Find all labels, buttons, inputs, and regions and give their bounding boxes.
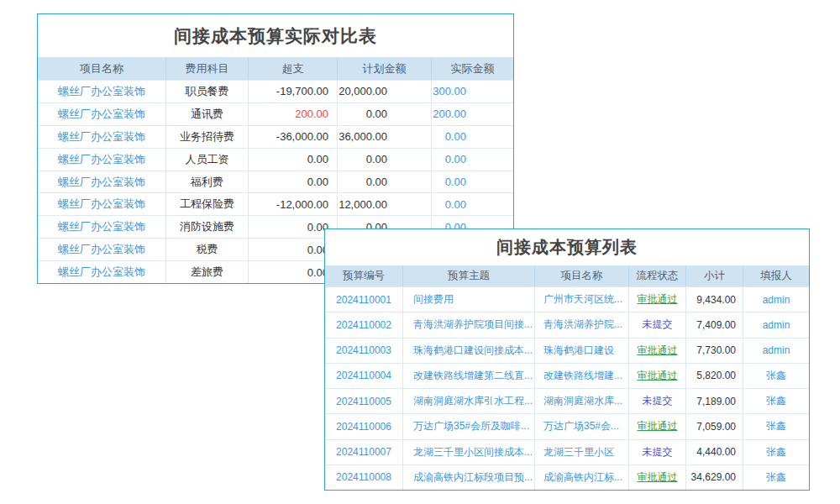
budget-list-body: 2024110001 间接费用 广州市天河区统... 审批通过 9,434.00… [325,286,809,490]
budget-list-title: 间接成本预算列表 [325,229,809,265]
budget-topic-link[interactable]: 龙湖三千里小区间接成本... [402,440,534,465]
flow-status-link[interactable]: 未提交 [628,389,685,413]
subtotal-cell: 7,189.00 [685,389,743,413]
project-name-link[interactable]: 螺丝厂办公室装饰 [38,193,165,215]
column-header-actual-amount: 实际金额 [431,57,513,80]
project-name-link[interactable]: 螺丝厂办公室装饰 [38,239,165,260]
project-name-link[interactable]: 珠海鹤港口建设 [534,339,628,363]
budget-topic-link[interactable]: 成渝高铁内江标段项目预... [402,465,534,490]
budget-topic-link[interactable]: 改建铁路线增建第二线直... [402,364,534,388]
project-name-link[interactable]: 螺丝厂办公室装饰 [38,261,165,283]
project-name-link[interactable]: 青海洪湖养护院... [534,312,628,337]
comparison-table-header: 项目名称 费用科目 超支 计划金额 实际金额 [38,57,513,80]
project-name-link[interactable]: 龙湖三千里小区 [534,440,628,465]
list-row[interactable]: 2024110003 珠海鹤港口建设间接成本... 珠海鹤港口建设 审批通过 7… [325,338,809,363]
budget-list-panel: 间接成本预算列表 预算编号 预算主题 项目名称 流程状态 小计 填报人 2024… [324,228,810,491]
actual-amount-link[interactable]: 0.00 [431,149,513,171]
flow-status-link[interactable]: 未提交 [628,312,685,337]
expense-subject-cell: 工程保险费 [165,193,248,215]
list-row[interactable]: 2024110001 间接费用 广州市天河区统... 审批通过 9,434.00… [325,286,809,312]
filler-link[interactable]: 张鑫 [743,389,809,413]
budget-no-link[interactable]: 2024110004 [325,364,402,388]
project-name-link[interactable]: 广州市天河区统... [534,287,628,312]
project-name-link[interactable]: 螺丝厂办公室装饰 [38,149,165,171]
filler-link[interactable]: admin [743,287,809,312]
budget-topic-link[interactable]: 湖南洞庭湖水库引水工程... [402,389,534,413]
budget-topic-link[interactable]: 万达广场35#会所及咖啡... [402,414,534,438]
project-name-link[interactable]: 螺丝厂办公室装饰 [38,216,165,238]
budget-no-link[interactable]: 2024110001 [325,287,402,312]
column-header-project-name: 项目名称 [534,265,628,286]
table-row[interactable]: 螺丝厂办公室装饰 通讯费 200.00 0.00 200.00 [38,102,513,125]
budget-topic-link[interactable]: 间接费用 [402,287,534,312]
budget-no-link[interactable]: 2024110003 [325,339,402,363]
flow-status-link[interactable]: 审批通过 [628,414,685,438]
budget-no-link[interactable]: 2024110007 [325,440,402,465]
column-header-budget-no: 预算编号 [325,265,402,286]
flow-status-link[interactable]: 审批通过 [628,364,685,388]
comparison-table-title: 间接成本预算实际对比表 [38,14,513,57]
budget-topic-link[interactable]: 青海洪湖养护院项目间接... [402,312,534,337]
table-row[interactable]: 螺丝厂办公室装饰 职员餐费 -19,700.00 20,000.00 300.0… [38,80,513,102]
column-header-overspend: 超支 [248,57,337,80]
budget-no-link[interactable]: 2024110005 [325,389,402,413]
list-row[interactable]: 2024110005 湖南洞庭湖水库引水工程... 湖南洞庭湖水库... 未提交… [325,388,809,413]
project-name-link[interactable]: 成渝高铁内江标... [534,465,628,490]
flow-status-link[interactable]: 审批通过 [628,287,685,312]
overspend-cell: -19,700.00 [248,81,337,102]
list-row[interactable]: 2024110002 青海洪湖养护院项目间接... 青海洪湖养护院... 未提交… [325,312,809,337]
overspend-cell: 0.00 [248,149,337,171]
flow-status-link[interactable]: 审批通过 [628,465,685,490]
subtotal-cell: 4,440.00 [685,440,743,465]
table-row[interactable]: 螺丝厂办公室装饰 福利费 0.00 0.00 0.00 [38,171,513,193]
table-row[interactable]: 螺丝厂办公室装饰 业务招待费 -36,000.00 36,000.00 0.00 [38,125,513,148]
filler-link[interactable]: 张鑫 [743,414,809,438]
column-header-subtotal: 小计 [685,265,743,286]
table-row[interactable]: 螺丝厂办公室装饰 工程保险费 -12,000.00 12,000.00 0.00 [38,192,513,215]
list-row[interactable]: 2024110004 改建铁路线增建第二线直... 改建铁路线增建... 审批通… [325,363,809,388]
budget-list-header: 预算编号 预算主题 项目名称 流程状态 小计 填报人 [325,265,809,286]
filler-link[interactable]: 张鑫 [743,440,809,465]
column-header-flow-status: 流程状态 [628,265,685,286]
column-header-budget-topic: 预算主题 [402,265,534,286]
budget-topic-link[interactable]: 珠海鹤港口建设间接成本... [402,339,534,363]
project-name-link[interactable]: 螺丝厂办公室装饰 [38,126,165,148]
actual-amount-link[interactable]: 0.00 [431,193,513,215]
project-name-link[interactable]: 螺丝厂办公室装饰 [38,103,165,125]
table-row[interactable]: 螺丝厂办公室装饰 人员工资 0.00 0.00 0.00 [38,148,513,171]
filler-link[interactable]: 张鑫 [743,465,809,490]
subtotal-cell: 34,629.00 [685,465,743,490]
expense-subject-cell: 税费 [165,239,248,260]
column-header-expense-subject: 费用科目 [165,57,248,80]
column-header-filler: 填报人 [743,265,809,286]
project-name-link[interactable]: 改建铁路线增建... [534,364,628,388]
actual-amount-link[interactable]: 0.00 [431,126,513,148]
expense-subject-cell: 消防设施费 [165,216,248,238]
project-name-link[interactable]: 螺丝厂办公室装饰 [38,81,165,102]
budget-no-link[interactable]: 2024110006 [325,414,402,438]
actual-amount-link[interactable]: 300.00 [431,81,513,102]
filler-link[interactable]: 张鑫 [743,364,809,388]
actual-amount-link[interactable]: 200.00 [431,103,513,125]
subtotal-cell: 7,059.00 [685,414,743,438]
expense-subject-cell: 差旅费 [165,261,248,283]
project-name-link[interactable]: 湖南洞庭湖水库... [534,389,628,413]
overspend-cell: -36,000.00 [248,126,337,148]
planned-amount-cell: 0.00 [337,103,431,125]
budget-no-link[interactable]: 2024110002 [325,312,402,337]
column-header-project-name: 项目名称 [38,57,165,80]
list-row[interactable]: 2024110008 成渝高铁内江标段项目预... 成渝高铁内江标... 审批通… [325,465,809,490]
planned-amount-cell: 12,000.00 [337,193,431,215]
flow-status-link[interactable]: 审批通过 [628,339,685,363]
subtotal-cell: 7,409.00 [685,312,743,337]
project-name-link[interactable]: 万达广场35#会... [534,414,628,438]
subtotal-cell: 9,434.00 [685,287,743,312]
filler-link[interactable]: admin [743,339,809,363]
flow-status-link[interactable]: 未提交 [628,440,685,465]
list-row[interactable]: 2024110006 万达广场35#会所及咖啡... 万达广场35#会... 审… [325,413,809,438]
budget-no-link[interactable]: 2024110008 [325,465,402,490]
list-row[interactable]: 2024110007 龙湖三千里小区间接成本... 龙湖三千里小区 未提交 4,… [325,439,809,465]
filler-link[interactable]: admin [743,312,809,337]
actual-amount-link[interactable]: 0.00 [431,171,513,193]
project-name-link[interactable]: 螺丝厂办公室装饰 [38,171,165,193]
